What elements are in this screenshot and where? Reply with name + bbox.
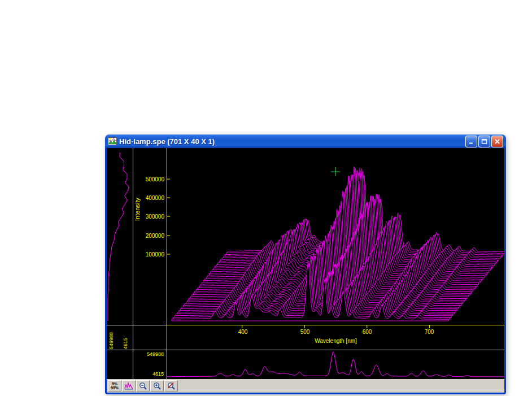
autoscale-5-95-button[interactable]: 5% 95% xyxy=(108,380,121,391)
vertical-profile-plot[interactable] xyxy=(107,148,133,325)
y-tick-label: 100000 xyxy=(146,251,164,258)
bottom-toolbar: 5% 95% xyxy=(107,379,504,393)
x-tick-label: 500 xyxy=(300,329,310,335)
waterfall-3d-plot[interactable] xyxy=(167,148,504,325)
minimize-icon xyxy=(468,138,474,145)
plot-window-client: Intensity 500000 400000 300000 200000 10… xyxy=(107,148,504,393)
x-axis-line xyxy=(167,325,504,350)
y-axis-pane: Intensity 500000 400000 300000 200000 10… xyxy=(133,148,167,325)
waterfall-icon xyxy=(124,382,133,390)
close-icon xyxy=(494,138,500,145)
x-axis-title: Wavelength [nm] xyxy=(167,338,504,344)
x-axis: 400 500 600 700 Wavelength [nm] xyxy=(167,325,504,350)
zoom-off-button[interactable] xyxy=(164,380,178,391)
profile-max-label: 549988 xyxy=(147,351,164,357)
title-bar[interactable]: Hid-lamp.spe (701 X 40 X 1) xyxy=(105,134,506,148)
close-button[interactable] xyxy=(491,136,503,147)
pane-divider-left xyxy=(133,148,133,379)
vertical-profile-scale: 549988 4615 xyxy=(107,325,133,350)
vprofile-max-label: 549988 xyxy=(108,326,115,349)
zoom-in-icon xyxy=(153,382,162,390)
zoom-out-button[interactable] xyxy=(136,380,150,391)
profile-display-button[interactable] xyxy=(122,380,136,391)
minimize-button[interactable] xyxy=(465,136,477,147)
y-tick-label: 200000 xyxy=(146,233,164,239)
spectrum-profile-plot[interactable] xyxy=(167,350,504,379)
zoom-out-icon xyxy=(139,382,147,390)
maximize-icon xyxy=(481,138,487,145)
profile-min-label: 4615 xyxy=(152,371,164,377)
app-window: Hid-lamp.spe (701 X 40 X 1) Intensity 50… xyxy=(105,134,506,394)
autoscale-top-label: 5% xyxy=(112,382,117,386)
x-tick-label: 400 xyxy=(238,329,248,335)
y-tick-label: 500000 xyxy=(146,176,164,182)
maximize-button[interactable] xyxy=(478,136,490,147)
y-tick-label: 400000 xyxy=(146,195,164,201)
zoom-in-button[interactable] xyxy=(150,380,164,391)
vprofile-min-label: 4615 xyxy=(123,326,129,349)
y-axis-title: Intensity xyxy=(134,173,141,246)
x-tick-label: 700 xyxy=(425,329,434,335)
window-icon xyxy=(108,137,117,146)
x-tick-label: 600 xyxy=(363,329,372,335)
autoscale-bottom-label: 95% xyxy=(111,386,119,390)
y-tick-label: 300000 xyxy=(146,214,164,220)
zoom-off-icon xyxy=(167,382,176,390)
profile-scale: 549988 4615 xyxy=(133,350,165,379)
window-title: Hid-lamp.spe (701 X 40 X 1) xyxy=(119,137,464,146)
